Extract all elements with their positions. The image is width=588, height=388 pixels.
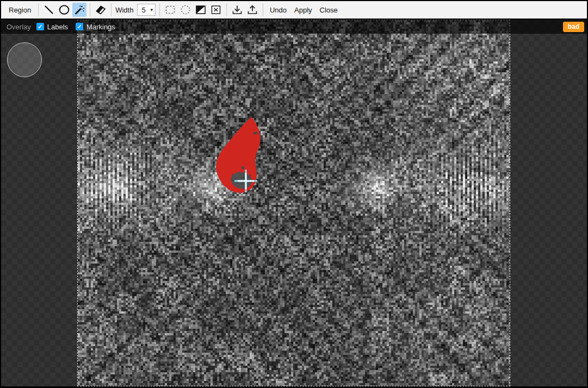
export-button[interactable]: [245, 3, 259, 17]
export-up-arrow-icon: [246, 4, 259, 16]
toolbar-separator: [263, 3, 263, 16]
import-button[interactable]: [230, 3, 244, 17]
toolbar-separator: [90, 3, 90, 16]
ellipse-select-tool-button[interactable]: [178, 3, 193, 17]
stroke-width-label: Width: [115, 6, 133, 14]
labels-checkbox-label: Labels: [47, 23, 68, 31]
magic-wand-icon: [73, 4, 85, 16]
toolbar-separator: [159, 3, 160, 16]
stroke-width-select[interactable]: 5 ▾: [137, 4, 156, 16]
markings-checkbox[interactable]: ✓: [76, 23, 83, 30]
eraser-icon: [95, 4, 107, 16]
labels-checkbox[interactable]: ✓: [36, 23, 44, 30]
ellipse-tool-button[interactable]: [57, 3, 71, 17]
stroke-width-value: 5: [141, 6, 147, 14]
contrast-icon: [195, 4, 207, 16]
overlay-title: Overlay: [7, 23, 31, 31]
image-selection-frame: [77, 20, 510, 386]
region-dropdown-button[interactable]: Region: [4, 6, 35, 14]
overlay-bar: Overlay ✓ Labels ✓ Markings bad: [1, 20, 587, 34]
toolbar-separator: [38, 3, 39, 16]
check-icon: ✓: [38, 24, 42, 30]
stroke-width-group: Width 5 ▾: [115, 4, 156, 16]
line-tool-button[interactable]: [42, 3, 56, 17]
annotation-canvas[interactable]: [78, 20, 510, 386]
close-button[interactable]: Close: [320, 6, 338, 14]
undo-button[interactable]: Undo: [270, 6, 287, 14]
line-icon: [43, 4, 55, 16]
import-down-arrow-icon: [231, 4, 244, 16]
magic-wand-tool-button[interactable]: [72, 3, 86, 17]
app-window: Region: [0, 0, 588, 388]
ellipse-icon: [58, 4, 70, 16]
markings-checkbox-label: Markings: [86, 23, 115, 31]
clear-x-icon: [210, 4, 222, 16]
toolbar-separator: [226, 3, 227, 16]
apply-button[interactable]: Apply: [294, 6, 312, 14]
dashed-rect-icon: [164, 4, 176, 16]
clear-tool-button[interactable]: [209, 3, 223, 17]
contrast-tool-button[interactable]: [194, 3, 208, 17]
chevron-down-icon: ▾: [150, 7, 153, 12]
check-icon: ✓: [77, 24, 82, 30]
drawing-toolbar: Region: [1, 1, 587, 19]
brush-size-preview-circle: [7, 42, 42, 77]
dashed-circle-icon: [180, 4, 191, 16]
rect-select-tool-button[interactable]: [163, 3, 177, 17]
eraser-tool-button[interactable]: [94, 3, 108, 17]
status-badge[interactable]: bad: [563, 22, 584, 32]
toolbar-separator: [111, 3, 112, 16]
workspace: Overlay ✓ Labels ✓ Markings bad: [1, 20, 587, 386]
